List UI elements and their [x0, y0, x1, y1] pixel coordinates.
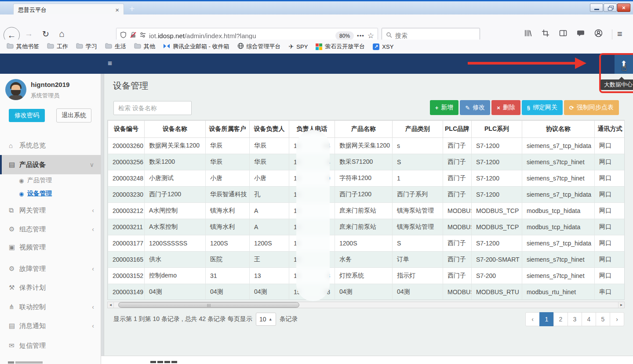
table-row[interactable]: 200003256 数采1200 华辰 华辰 184 数采S71200 S 西门… [108, 154, 625, 170]
table-row[interactable]: 200003212 A水闸控制 镇海水利 A 13 庶来门前泵站 镇海泵站管理 … [108, 203, 625, 219]
sidebar-item-fault-mgmt[interactable]: ⚙ 故障管理 ‹ [0, 259, 101, 278]
sidebar-item-message-notice[interactable]: ▤ 消息通知 ‹ [0, 316, 101, 335]
table-row[interactable]: 200003248 小唐测试 小唐 小唐 130 字符串1200 1 西门子 S… [108, 170, 625, 187]
horizontal-scrollbar[interactable]: ◂ ▸ [107, 302, 625, 308]
sidebar-collapse-icon[interactable]: ≡ [108, 59, 112, 68]
bookmark-ezviz[interactable]: 萤石云开放平台 [313, 41, 368, 52]
window-titlebar: 思普云平台 × + × [0, 0, 633, 14]
bind-gateway-button[interactable]: §绑定网关 [522, 100, 563, 115]
url-text[interactable]: iot.idosp.net/admin/index.html?langu [149, 32, 332, 40]
page-button-4[interactable]: 4 [582, 312, 596, 326]
column-header[interactable]: 设备名称 [145, 121, 206, 138]
table-row[interactable]: 200003165 供水 医院 王 18 水务 订单 西门子 S7-200-SM… [108, 252, 625, 268]
cell-owner: A [250, 219, 289, 235]
browser-tab[interactable]: 思普云平台 × [13, 4, 124, 16]
clipped-sidebar-item [8, 361, 43, 364]
sidebar-toggle-icon[interactable] [559, 29, 567, 39]
add-button[interactable]: +新增 [430, 100, 459, 115]
cell-protocol: modbus_tcp_hidata [522, 219, 595, 235]
page-button-1[interactable]: 1 [539, 312, 554, 326]
sidebar-item-product-mgmt[interactable]: ◉ 产品管理 [0, 173, 101, 188]
new-tab-button[interactable]: + [129, 4, 135, 13]
column-header[interactable]: 通讯方式 [595, 121, 625, 138]
column-header[interactable]: PLC品牌 [443, 121, 472, 138]
user-role: 系统管理员 [31, 92, 59, 100]
page-actions-icon[interactable]: ••• [357, 32, 364, 39]
edit-button[interactable]: ✎修改 [460, 100, 490, 115]
messages-bubble-icon[interactable] [577, 29, 585, 39]
cell-device-name: A水泵控制 [145, 219, 206, 235]
cell-device-id: 200003165 [108, 252, 145, 268]
table-row[interactable]: 200003177 1200SSSSSS 1200S 1200S 15 1200… [108, 235, 625, 252]
bookmark-tencent-mail[interactable]: 腾讯企业邮箱 - 收件箱 [160, 41, 233, 52]
library-icon[interactable] [524, 29, 532, 39]
cell-plc-series: S7-1200 [472, 235, 522, 252]
shield-icon[interactable] [120, 32, 127, 40]
scrollbar-thumb[interactable] [118, 302, 299, 308]
cell-comm-type: 网口 [595, 203, 625, 219]
book-icon: ▤ [9, 322, 19, 330]
bookmark-xsy[interactable]: ↗XSY [370, 42, 397, 51]
column-header[interactable]: 协议名称 [522, 121, 595, 138]
cell-comm-type: 网口 [595, 252, 625, 268]
bookmark-folder-study[interactable]: 学习 [73, 41, 100, 52]
force-sync-button[interactable]: ⟳强制同步点表 [564, 100, 619, 115]
browser-menu-icon[interactable]: ≡ [617, 29, 622, 39]
delete-button[interactable]: ×删除 [491, 100, 520, 115]
table-row[interactable]: 200003149 04测 04测 04测 1538 04测 04测 MODBU… [108, 284, 625, 300]
screenshot-crop-icon[interactable] [542, 29, 549, 39]
cell-plc-brand: 西门子 [443, 252, 472, 268]
logout-button[interactable]: 退出系统 [56, 108, 91, 123]
sidebar-item-product-device[interactable]: ▤ 产品设备 ∨ [0, 155, 101, 174]
sidebar-item-maintenance-plan[interactable]: ⚒ 保养计划 [0, 278, 101, 297]
sidebar-item-gateway-mgmt[interactable]: ⧉ 网关管理 ‹ [0, 201, 101, 220]
zoom-level-badge[interactable]: 80% [335, 31, 354, 40]
account-icon[interactable] [594, 29, 603, 39]
sidebar-item-overview[interactable]: ⌂ 系统总览 [0, 136, 101, 155]
bookmark-mgmt-platform[interactable]: 综合管理平台 [234, 41, 284, 52]
table-row[interactable]: 200003260 数据网关采集1200 华辰 华辰 1804 数据网关采集12… [108, 138, 625, 154]
bookmark-spy[interactable]: ✈SPY [286, 42, 311, 51]
page-size-select[interactable]: 10 ▲ [256, 313, 276, 326]
scroll-left-arrow[interactable]: ◂ [108, 302, 114, 308]
column-header[interactable]: 设备编号 [108, 121, 145, 138]
permissions-icon[interactable] [140, 32, 146, 40]
bookmark-star-icon[interactable]: ☆ [367, 31, 374, 40]
insecure-lock-icon[interactable] [130, 32, 137, 40]
forward-button[interactable]: → [25, 29, 33, 39]
table-row[interactable]: 200003152 控制demo 31 13 153 灯控系统 指示灯 西门子 … [108, 268, 625, 284]
sidebar-item-linkage-control[interactable]: ⋔ 联动控制 ‹ [0, 297, 101, 317]
tab-close-icon[interactable]: × [115, 6, 119, 14]
bookmark-folder-misc[interactable]: 其他 [131, 41, 158, 52]
bookmark-folder-life[interactable]: 生活 [102, 41, 129, 52]
page-button-2[interactable]: 2 [553, 312, 568, 326]
close-button[interactable]: × [617, 4, 630, 12]
device-search-input[interactable] [113, 101, 192, 115]
scroll-right-arrow[interactable]: ▸ [618, 302, 624, 308]
sidebar-item-device-mgmt[interactable]: ◉ 设备管理 [0, 186, 101, 201]
column-header[interactable]: 产品名称 [335, 121, 393, 138]
prev-page-button[interactable]: ‹ [525, 312, 540, 326]
table-row[interactable]: 200003211 A水泵控制 镇海水利 A 13 庶来门前泵站 镇海泵站管理 … [108, 219, 625, 235]
page-button-3[interactable]: 3 [568, 312, 582, 326]
bookmark-folder-work[interactable]: 工作 [44, 41, 71, 52]
cell-customer: 镇海水利 [206, 219, 250, 235]
column-header[interactable]: 设备负责人 [250, 121, 289, 138]
home-button[interactable]: ⌂ [59, 29, 65, 39]
sidebar-item-sms-mgmt[interactable]: ✉ 短信管理 [0, 336, 101, 355]
chevron-left-icon: ‹ [92, 322, 94, 329]
change-password-button[interactable]: 修改密码 [9, 109, 45, 122]
next-page-button[interactable]: › [610, 312, 624, 326]
column-header[interactable]: 设备所属客户 [206, 121, 250, 138]
minimize-button[interactable] [590, 4, 603, 12]
bookmark-folder-other[interactable]: 其他书签 [4, 41, 42, 52]
sidebar-item-config-mgmt[interactable]: ⚙ 组态管理 ‹ [0, 220, 101, 239]
restore-button[interactable] [604, 4, 617, 12]
table-row[interactable]: 200003230 西门子1200 华辰智通科技 孔 15 西门子1200 西门… [108, 187, 625, 203]
reload-button[interactable]: ↻ [42, 29, 49, 39]
sidebar-item-video-mgmt[interactable]: ▣ 视频管理 [0, 238, 101, 257]
column-header[interactable]: 产品类别 [393, 121, 443, 138]
column-header[interactable]: PLC系列 [472, 121, 522, 138]
page-button-5[interactable]: 5 [596, 312, 610, 326]
cursor-hand-icon: ☝ [622, 62, 627, 73]
